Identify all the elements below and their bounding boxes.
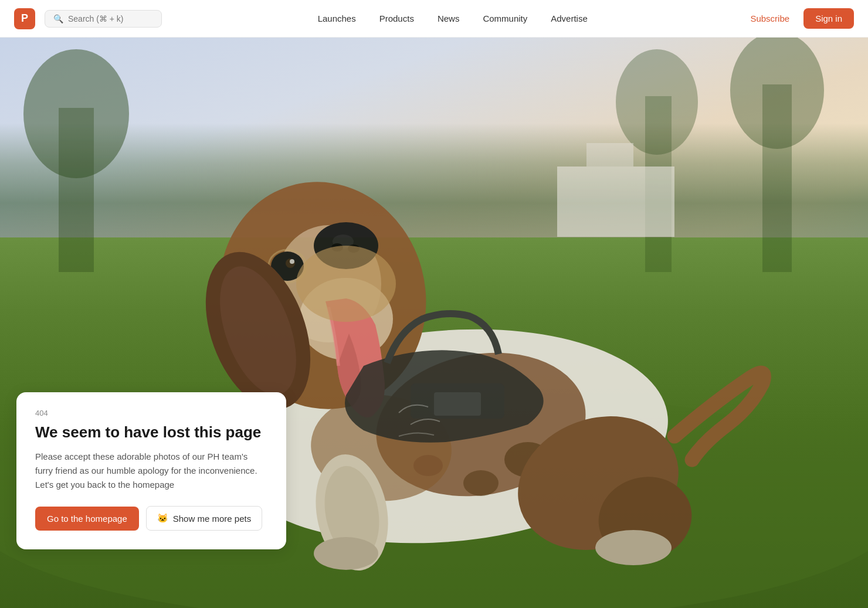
show-more-pets-button[interactable]: 🐱 Show me more pets [146, 506, 262, 531]
svg-rect-36 [586, 143, 633, 167]
svg-point-32 [730, 38, 824, 149]
error-card: 404 We seem to have lost this page Pleas… [16, 392, 286, 549]
search-icon: 🔍 [53, 14, 63, 23]
svg-point-16 [290, 259, 294, 264]
nav-link-launches[interactable]: Launches [307, 9, 367, 28]
pets-emoji: 🐱 [157, 513, 168, 524]
svg-point-34 [616, 49, 698, 155]
error-actions: Go to the homepage 🐱 Show me more pets [35, 506, 267, 531]
logo-button[interactable]: P [14, 8, 35, 29]
nav-link-products[interactable]: Products [369, 9, 425, 28]
navbar: P 🔍 Launches Products News Community Adv… [0, 0, 868, 38]
nav-link-advertise[interactable]: Advertise [540, 9, 598, 28]
search-input[interactable] [68, 14, 153, 23]
signin-button[interactable]: Sign in [803, 8, 854, 29]
go-homepage-button[interactable]: Go to the homepage [35, 507, 139, 531]
svg-point-5 [463, 470, 499, 496]
svg-point-28 [595, 530, 672, 565]
logo-icon: P [21, 12, 28, 25]
nav-link-community[interactable]: Community [472, 9, 538, 28]
error-code: 404 [35, 409, 267, 417]
nav-links: Launches Products News Community Adverti… [307, 9, 598, 28]
svg-rect-35 [557, 167, 674, 237]
subscribe-button[interactable]: Subscribe [743, 9, 796, 28]
svg-rect-22 [434, 392, 481, 416]
show-more-pets-label: Show me more pets [173, 514, 251, 524]
nav-link-news[interactable]: News [427, 9, 470, 28]
svg-point-25 [314, 537, 378, 570]
nav-actions: Subscribe Sign in [743, 8, 854, 29]
error-title: We seem to have lost this page [35, 423, 267, 441]
svg-point-20 [296, 246, 396, 322]
svg-point-30 [23, 49, 129, 178]
search-bar[interactable]: 🔍 [45, 10, 162, 28]
error-description: Please accept these adorable photos of o… [35, 450, 267, 492]
svg-point-6 [413, 455, 443, 476]
